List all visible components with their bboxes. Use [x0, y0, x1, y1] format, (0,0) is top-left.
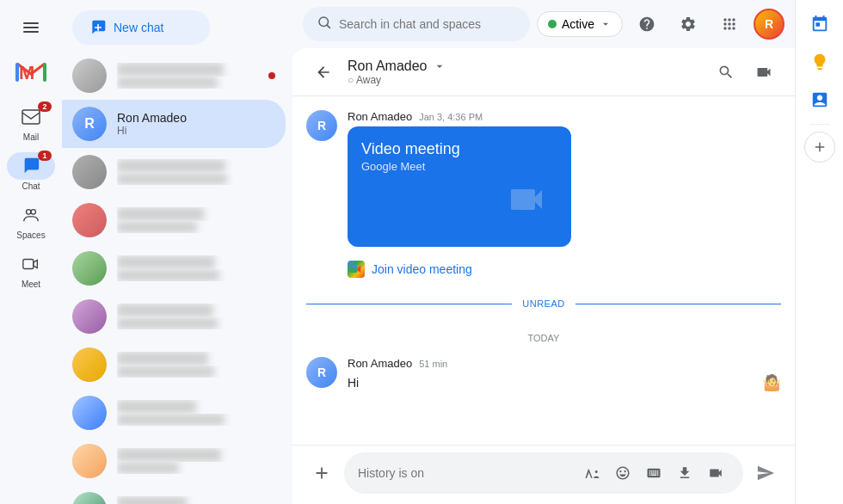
contact-name: Ron Amadeo	[348, 58, 428, 74]
new-chat-button[interactable]: New chat	[72, 10, 210, 45]
message-input[interactable]	[358, 466, 571, 480]
video-card-subtitle: Google Meet	[361, 160, 557, 173]
svg-rect-12	[350, 265, 357, 268]
message-meta-2: Ron Amadeo 51 min	[348, 357, 781, 370]
message-avatar: R	[306, 110, 337, 141]
avatar	[72, 203, 107, 237]
spaces-icon	[21, 205, 41, 225]
active-label: Active	[562, 17, 594, 31]
list-item[interactable]: Contact Six Here Preview message six	[62, 341, 286, 389]
search-input[interactable]	[339, 17, 516, 31]
video-call-button[interactable]	[747, 55, 781, 89]
mail-badge: 2	[38, 101, 52, 112]
list-item-ron-amadeo[interactable]: R Ron Amadeo Hi	[62, 100, 286, 148]
meet-icon	[21, 254, 41, 274]
camera-icon	[499, 179, 554, 230]
message-sender: Ron Amadeo	[348, 110, 412, 123]
user-avatar[interactable]: R	[754, 9, 785, 40]
avatar: R	[72, 107, 107, 141]
ron-amadeo-preview: Hi	[117, 125, 275, 137]
active-status-button[interactable]: Active	[537, 11, 623, 37]
video-button[interactable]	[702, 459, 729, 487]
right-panel	[795, 0, 843, 504]
message-avatar-2: R	[306, 357, 337, 388]
message-row: R Ron Amadeo Jan 3, 4:36 PM Video meetin…	[306, 110, 781, 281]
nav-item-chat[interactable]: 1 Chat	[3, 149, 58, 194]
join-label: Join video meeting	[372, 262, 472, 276]
right-panel-add-button[interactable]	[804, 132, 835, 163]
list-item[interactable]: Contact Name Here Preview message text	[62, 52, 286, 100]
list-item[interactable]: Another Contact Preview text here	[62, 196, 286, 244]
chat-info: Contact Name Here Preview message text	[117, 63, 268, 89]
svg-rect-1	[23, 27, 39, 28]
svg-rect-0	[23, 22, 39, 24]
input-row	[306, 452, 781, 494]
add-attachment-button[interactable]	[306, 458, 337, 489]
right-panel-notes-icon[interactable]	[803, 45, 837, 79]
svg-point-8	[31, 210, 36, 215]
svg-text:M: M	[19, 62, 34, 83]
unread-label: UNREAD	[522, 298, 564, 309]
chat-sidebar-header: New chat	[62, 0, 292, 52]
meet-logo-icon	[348, 261, 365, 278]
nav-item-spaces[interactable]: Spaces	[3, 198, 58, 243]
list-item[interactable]: Group Chat Name Last message preview	[62, 244, 286, 292]
hamburger-button[interactable]	[10, 7, 52, 48]
list-item[interactable]: Contact Seven Short message preview	[62, 389, 286, 437]
avatar	[72, 347, 107, 382]
keyboard-button[interactable]	[640, 459, 668, 487]
spaces-label: Spaces	[16, 230, 45, 240]
search-bar[interactable]	[303, 7, 530, 41]
settings-button[interactable]	[671, 7, 705, 41]
new-chat-label: New chat	[114, 21, 163, 34]
emoji-button[interactable]	[609, 459, 637, 487]
meet-label: Meet	[22, 280, 40, 289]
right-panel-calendar-icon[interactable]	[803, 7, 837, 41]
search-icon	[317, 15, 332, 34]
nav-item-meet[interactable]: Meet	[3, 247, 58, 292]
chat-header-name: Ron Amadeo	[348, 58, 709, 74]
top-bar: Active R	[292, 0, 795, 48]
chat-list: Contact Name Here Preview message text R…	[62, 52, 292, 504]
chat-info: Ron Amadeo Hi	[117, 111, 275, 137]
chat-sidebar: New chat Contact Name Here Preview messa…	[62, 0, 292, 504]
upload-button[interactable]	[671, 459, 698, 487]
send-button[interactable]	[750, 458, 781, 489]
chat-search-button[interactable]	[709, 55, 743, 89]
avatar	[72, 299, 107, 334]
back-button[interactable]	[306, 55, 341, 89]
unread-line-left	[306, 304, 512, 304]
chat-header-info: Ron Amadeo ○ Away	[348, 58, 709, 86]
message-content: Ron Amadeo Jan 3, 4:36 PM Video meeting …	[348, 110, 781, 281]
message-content-2: Ron Amadeo 51 min Hi 🤷	[348, 357, 781, 392]
message-meta: Ron Amadeo Jan 3, 4:36 PM	[348, 110, 781, 123]
apps-button[interactable]	[712, 7, 747, 41]
unread-divider: UNREAD	[306, 298, 781, 309]
unread-dot	[268, 72, 275, 79]
message-time: Jan 3, 4:36 PM	[419, 112, 483, 122]
chat-preview: Preview message text	[117, 77, 268, 89]
message-input-box[interactable]	[344, 452, 743, 494]
mail-label: Mail	[23, 132, 39, 142]
avatar	[72, 251, 107, 286]
video-card-title: Video meeting	[361, 140, 557, 158]
right-panel-tasks-icon[interactable]	[803, 83, 837, 117]
gmail-logo: M	[7, 55, 55, 89]
message-time-2: 51 min	[419, 359, 447, 369]
right-panel-divider	[809, 124, 830, 125]
avatar	[72, 444, 107, 478]
message-input-area	[292, 445, 795, 504]
help-button[interactable]	[630, 7, 664, 41]
nav-item-mail[interactable]: 2 Mail	[3, 100, 58, 145]
list-item[interactable]: Some Person Name Some preview message	[62, 148, 286, 196]
list-item[interactable]: Person Eight Name Preview eight	[62, 437, 286, 485]
chat-header: Ron Amadeo ○ Away	[292, 48, 795, 96]
today-label: TODAY	[306, 333, 781, 343]
list-item[interactable]: User Contact Five Another message text	[62, 292, 286, 341]
format-text-button[interactable]	[578, 459, 606, 487]
avatar	[72, 58, 107, 93]
active-dot	[548, 20, 557, 28]
join-meeting-button[interactable]: Join video meeting	[348, 257, 472, 281]
svg-point-7	[27, 210, 32, 215]
list-item[interactable]: Contact Nine Message preview nine	[62, 485, 286, 504]
